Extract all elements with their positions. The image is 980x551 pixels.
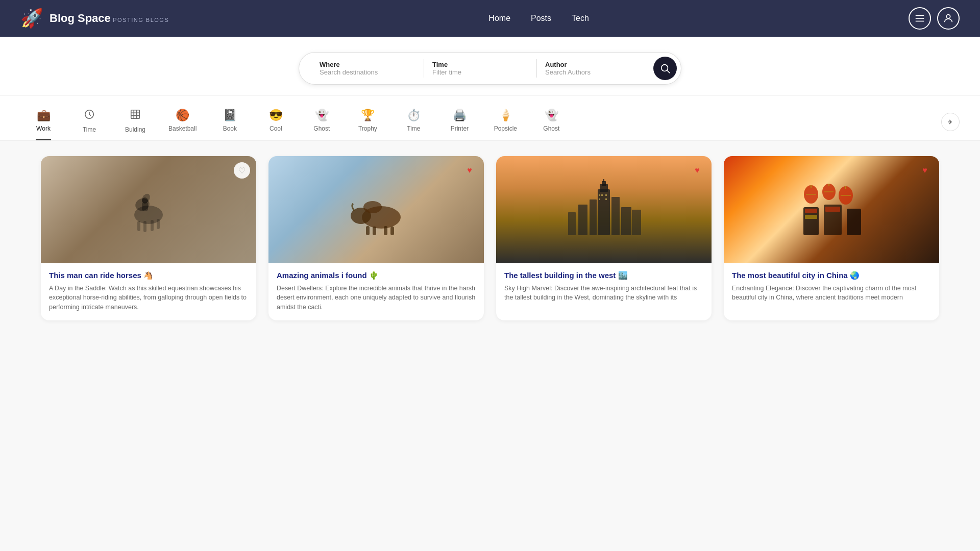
category-ghost2[interactable]: 👻 Ghost bbox=[528, 104, 574, 140]
profile-button[interactable] bbox=[937, 7, 960, 30]
logo[interactable]: 🚀 Blog Space POSTING BLOGS bbox=[20, 8, 169, 29]
basketball-icon: 🏀 bbox=[176, 109, 189, 122]
svg-rect-29 bbox=[598, 189, 610, 235]
category-popsicle[interactable]: 🍦 Popsicle bbox=[482, 104, 528, 140]
svg-rect-32 bbox=[603, 179, 604, 182]
author-placeholder: Search Authors bbox=[545, 68, 641, 76]
heart-button-skyline[interactable]: ♥ bbox=[689, 162, 705, 179]
book-icon: 📓 bbox=[223, 109, 237, 122]
svg-line-5 bbox=[667, 70, 670, 73]
search-button[interactable] bbox=[653, 57, 677, 80]
heart-icon-bison: ♥ bbox=[467, 166, 472, 175]
ghost-label: Ghost bbox=[313, 125, 330, 132]
time2-icon: ⏱️ bbox=[407, 109, 421, 122]
category-time2[interactable]: ⏱️ Time bbox=[390, 104, 436, 140]
category-basketball[interactable]: 🏀 Basketball bbox=[158, 104, 207, 140]
card-china-image-wrapper: ♥ bbox=[724, 156, 939, 263]
nav-posts[interactable]: Posts bbox=[531, 14, 551, 23]
nav-tech[interactable]: Tech bbox=[572, 14, 589, 23]
heart-icon-skyline: ♥ bbox=[695, 166, 700, 175]
card-china-body: The most beautiful city in China 🌏 Encha… bbox=[724, 263, 939, 311]
category-list: 💼 Work Time Bulding 🏀 Basketball 📓 Book bbox=[20, 104, 941, 140]
svg-rect-40 bbox=[601, 194, 603, 196]
category-ghost[interactable]: 👻 Ghost bbox=[299, 104, 345, 140]
card-horse-desc: A Day in the Saddle: Watch as this skill… bbox=[49, 284, 248, 312]
ghost-icon: 👻 bbox=[315, 109, 329, 122]
ghost2-label: Ghost bbox=[543, 125, 559, 132]
card-skyline-image-wrapper: ♥ bbox=[496, 156, 712, 263]
cool-label: Cool bbox=[270, 125, 282, 132]
svg-rect-36 bbox=[621, 207, 631, 235]
ghost2-icon: 👻 bbox=[545, 109, 558, 122]
svg-rect-33 bbox=[578, 205, 587, 235]
printer-icon: 🖨️ bbox=[453, 109, 467, 122]
card-skyline-body: The tallest building in the west 🏙️ Sky … bbox=[496, 263, 712, 311]
svg-rect-34 bbox=[590, 199, 597, 235]
card-skyline[interactable]: ♥ The tallest building in the west 🏙️ Sk… bbox=[496, 156, 712, 320]
svg-rect-28 bbox=[390, 227, 394, 235]
categories-next-button[interactable] bbox=[941, 113, 960, 131]
card-horse-body: This man can ride horses 🐴 A Day in the … bbox=[41, 263, 256, 320]
svg-rect-18 bbox=[151, 220, 154, 231]
svg-rect-25 bbox=[366, 226, 370, 235]
category-book[interactable]: 📓 Book bbox=[207, 104, 253, 140]
trophy-icon: 🏆 bbox=[361, 109, 375, 122]
svg-rect-42 bbox=[599, 198, 600, 200]
menu-button[interactable] bbox=[909, 7, 931, 30]
author-field[interactable]: Author Search Authors bbox=[537, 57, 649, 80]
building-label: Bulding bbox=[125, 126, 145, 133]
card-bison-image bbox=[268, 156, 484, 263]
category-work[interactable]: 💼 Work bbox=[20, 104, 66, 140]
heart-icon-horse: ♡ bbox=[238, 166, 246, 176]
card-skyline-desc: Sky High Marvel: Discover the awe-inspir… bbox=[504, 284, 703, 303]
heart-button-china[interactable]: ♥ bbox=[917, 162, 933, 179]
category-building[interactable]: Bulding bbox=[112, 104, 158, 140]
printer-label: Printer bbox=[451, 125, 469, 132]
card-horse-title: This man can ride horses 🐴 bbox=[49, 270, 248, 281]
book-label: Book bbox=[223, 125, 237, 132]
heart-button-horse[interactable]: ♡ bbox=[234, 162, 250, 179]
card-china-image bbox=[724, 156, 939, 263]
svg-point-4 bbox=[662, 65, 668, 71]
heart-button-bison[interactable]: ♥ bbox=[461, 162, 478, 179]
card-bison-image-wrapper: ♥ bbox=[268, 156, 484, 263]
svg-rect-38 bbox=[632, 210, 641, 235]
navbar: 🚀 Blog Space POSTING BLOGS Home Posts Te… bbox=[0, 0, 980, 37]
card-skyline-title: The tallest building in the west 🏙️ bbox=[504, 270, 703, 281]
heart-icon-china: ♥ bbox=[922, 166, 927, 175]
card-bison-desc: Desert Dwellers: Explore the incredible … bbox=[277, 284, 476, 312]
svg-rect-19 bbox=[157, 219, 160, 229]
category-cool[interactable]: 😎 Cool bbox=[253, 104, 299, 140]
time-label: Time bbox=[83, 126, 96, 133]
svg-point-24 bbox=[363, 201, 382, 213]
nav-home[interactable]: Home bbox=[488, 14, 510, 23]
card-horse-image-wrapper: ♡ bbox=[41, 156, 256, 263]
logo-text: Blog Space POSTING BLOGS bbox=[50, 12, 169, 25]
search-section: Where Search destinations Time Filter ti… bbox=[0, 37, 980, 95]
building-icon bbox=[130, 109, 141, 123]
where-field[interactable]: Where Search destinations bbox=[311, 57, 424, 80]
category-time[interactable]: Time bbox=[66, 104, 112, 140]
svg-rect-27 bbox=[384, 226, 387, 235]
card-bison-title: Amazing animals i found 🌵 bbox=[277, 270, 476, 281]
svg-rect-58 bbox=[847, 209, 861, 235]
basketball-label: Basketball bbox=[168, 125, 197, 132]
card-china[interactable]: ♥ The most beautiful city in China 🌏 Enc… bbox=[724, 156, 939, 320]
card-skyline-image bbox=[496, 156, 712, 263]
time-field[interactable]: Time Filter time bbox=[424, 57, 536, 80]
svg-rect-48 bbox=[828, 184, 829, 186]
svg-rect-26 bbox=[373, 227, 376, 235]
category-printer[interactable]: 🖨️ Printer bbox=[436, 104, 482, 140]
time-icon bbox=[84, 109, 95, 123]
category-trophy[interactable]: 🏆 Trophy bbox=[345, 104, 390, 140]
work-label: Work bbox=[36, 125, 51, 132]
popsicle-icon: 🍦 bbox=[499, 109, 512, 122]
card-bison[interactable]: ♥ Amazing animals i found 🌵 Desert Dwell… bbox=[268, 156, 484, 320]
categories-section: 💼 Work Time Bulding 🏀 Basketball 📓 Book bbox=[0, 95, 980, 141]
svg-rect-17 bbox=[143, 221, 146, 232]
time-label: Time bbox=[432, 61, 528, 68]
svg-rect-43 bbox=[605, 198, 607, 200]
where-placeholder: Search destinations bbox=[320, 68, 415, 76]
svg-rect-37 bbox=[568, 212, 576, 235]
card-horse[interactable]: ♡ This man can ride horses 🐴 A Day in th… bbox=[41, 156, 256, 320]
